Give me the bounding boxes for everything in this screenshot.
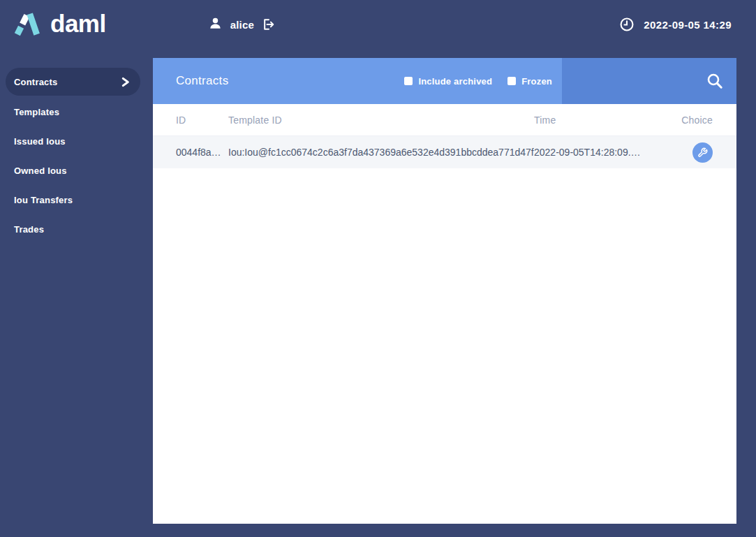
sidebar-item-owned-ious[interactable]: Owned Ious bbox=[0, 156, 153, 185]
column-header-template-id: Template ID bbox=[228, 115, 534, 126]
checkbox-icon[interactable] bbox=[507, 77, 516, 85]
clock-icon bbox=[619, 17, 635, 32]
sidebar-item-issued-ious[interactable]: Issued Ious bbox=[0, 126, 153, 156]
checkbox-label: Include archived bbox=[418, 76, 492, 87]
chevron-right-icon bbox=[120, 77, 131, 87]
table-row[interactable]: 0044f8a… Iou:Iou@fc1cc0674c2c6a3f7da4373… bbox=[153, 136, 736, 168]
user-block: alice bbox=[208, 16, 276, 34]
choice-cell bbox=[668, 142, 713, 163]
daml-logo-icon bbox=[13, 8, 42, 41]
user-icon bbox=[208, 16, 223, 34]
daml-logo: daml bbox=[13, 8, 106, 41]
sidebar: Contracts Templates Issued Ious Owned Io… bbox=[0, 68, 153, 244]
time-cell: 2022-09-05T14:28:09.… bbox=[534, 147, 668, 158]
search-icon[interactable] bbox=[705, 71, 725, 91]
sidebar-item-templates[interactable]: Templates bbox=[0, 97, 153, 126]
sidebar-item-contracts[interactable]: Contracts bbox=[6, 68, 140, 96]
checkbox-icon[interactable] bbox=[404, 77, 413, 85]
contract-id-cell: 0044f8a… bbox=[176, 147, 228, 158]
checkbox-label: Frozen bbox=[521, 76, 552, 87]
filter-group: Include archived Frozen bbox=[404, 76, 552, 87]
sidebar-item-label: Issued Ious bbox=[14, 136, 66, 147]
wrench-icon bbox=[697, 147, 708, 158]
include-archived-checkbox[interactable]: Include archived bbox=[404, 76, 492, 87]
sidebar-item-label: Iou Transfers bbox=[14, 195, 73, 205]
sidebar-item-label: Trades bbox=[14, 224, 44, 235]
sidebar-item-iou-transfers[interactable]: Iou Transfers bbox=[0, 185, 153, 214]
column-header-time: Time bbox=[534, 115, 668, 126]
table-header-row: ID Template ID Time Choice bbox=[153, 104, 736, 136]
column-header-id: ID bbox=[176, 115, 228, 126]
choice-button[interactable] bbox=[692, 142, 713, 163]
template-id-cell: Iou:Iou@fc1cc0674c2c6a3f7da437369a6e532e… bbox=[228, 147, 534, 158]
username: alice bbox=[230, 19, 254, 31]
sidebar-item-label: Contracts bbox=[14, 77, 57, 87]
page-title: Contracts bbox=[153, 74, 228, 88]
column-header-choice: Choice bbox=[668, 115, 713, 126]
main-panel: Contracts Include archived Frozen ID Tem… bbox=[153, 58, 736, 524]
frozen-checkbox[interactable]: Frozen bbox=[507, 76, 552, 87]
sidebar-item-trades[interactable]: Trades bbox=[0, 214, 153, 244]
sidebar-item-label: Templates bbox=[14, 107, 59, 117]
logo-wordmark: daml bbox=[50, 11, 106, 38]
search-bar[interactable] bbox=[562, 58, 736, 104]
ledger-time: 2022-09-05 14:29 bbox=[619, 17, 732, 32]
logout-icon[interactable] bbox=[262, 17, 276, 31]
sidebar-item-label: Owned Ious bbox=[14, 165, 67, 176]
topbar: daml alice 2022-09-05 14:29 bbox=[0, 0, 756, 49]
datetime-text: 2022-09-05 14:29 bbox=[644, 19, 732, 31]
contracts-header: Contracts Include archived Frozen bbox=[153, 58, 736, 104]
